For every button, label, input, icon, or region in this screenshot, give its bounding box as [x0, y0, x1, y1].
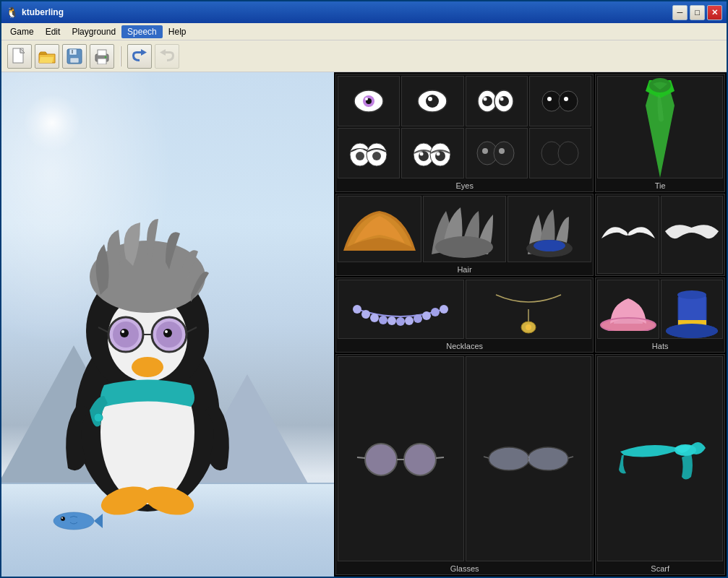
- svg-point-71: [499, 148, 505, 154]
- svg-point-59: [356, 152, 364, 160]
- save-icon: [67, 48, 82, 64]
- row-necklaces-hats: Necklaces: [335, 277, 725, 353]
- redo-icon: [158, 48, 176, 64]
- svg-marker-11: [141, 49, 147, 56]
- svg-rect-9: [98, 59, 106, 64]
- svg-point-78: [353, 305, 361, 314]
- svg-point-29: [121, 330, 124, 333]
- window-title: ktuberling: [22, 7, 64, 17]
- hat-option-1[interactable]: [597, 280, 659, 339]
- svg-point-56: [564, 97, 568, 101]
- svg-line-107: [484, 457, 489, 458]
- svg-point-104: [489, 447, 529, 470]
- scarf-label: Scarf: [596, 563, 724, 574]
- svg-point-51: [484, 98, 487, 101]
- glasses-option-2[interactable]: [466, 356, 592, 561]
- eye-option-7[interactable]: [466, 128, 528, 178]
- accessories-panel: Eyes: [334, 72, 727, 577]
- svg-point-37: [61, 517, 65, 521]
- hair-section: Hair: [335, 194, 594, 276]
- glasses-label: Glasses: [336, 563, 593, 574]
- svg-point-48: [482, 96, 492, 106]
- svg-point-45: [426, 95, 439, 108]
- svg-point-80: [370, 314, 379, 322]
- svg-point-28: [163, 329, 172, 337]
- svg-point-27: [120, 329, 129, 337]
- svg-point-43: [365, 98, 368, 100]
- svg-point-32: [94, 413, 103, 422]
- redo-button[interactable]: [155, 44, 179, 69]
- svg-point-61: [372, 152, 381, 160]
- hair-option-2[interactable]: [423, 196, 507, 262]
- menu-playground[interactable]: Playground: [66, 25, 121, 38]
- minimize-button[interactable]: ─: [672, 5, 688, 20]
- svg-point-81: [379, 316, 387, 324]
- print-icon: [93, 48, 111, 64]
- hair-option-3[interactable]: [508, 196, 591, 262]
- eye-option-8[interactable]: [529, 128, 591, 178]
- svg-point-87: [431, 308, 440, 316]
- titlebar-left: 🐧 ktuberling: [6, 7, 64, 18]
- undo-button[interactable]: [127, 44, 152, 69]
- new-button[interactable]: [7, 44, 32, 69]
- playground-area[interactable]: [1, 72, 334, 577]
- hats-label: Hats: [596, 340, 724, 352]
- menu-game[interactable]: Game: [4, 25, 40, 38]
- row-glasses-scarf: Glasses: [335, 354, 725, 575]
- svg-point-67: [436, 152, 440, 156]
- eye-option-6[interactable]: [401, 128, 463, 178]
- tie-option-1[interactable]: [597, 76, 723, 178]
- svg-rect-5: [70, 58, 79, 63]
- scarf-option-1[interactable]: [597, 356, 723, 561]
- svg-point-100: [404, 444, 436, 475]
- eye-option-4[interactable]: [529, 76, 591, 126]
- mustache-option-2[interactable]: [661, 196, 723, 274]
- hair-label: Hair: [336, 264, 593, 275]
- titlebar-buttons: ─ □ ✕: [672, 5, 722, 20]
- glasses-option-1[interactable]: [338, 356, 464, 561]
- tie-label: Tie: [596, 180, 724, 191]
- svg-point-82: [387, 316, 396, 325]
- svg-line-108: [568, 457, 573, 458]
- svg-point-69: [482, 148, 488, 154]
- menu-help[interactable]: Help: [163, 25, 192, 38]
- svg-point-90: [526, 324, 531, 330]
- svg-point-54: [559, 91, 578, 111]
- svg-rect-8: [98, 50, 106, 56]
- eye-option-3[interactable]: [466, 76, 528, 126]
- necklace-option-1[interactable]: [338, 280, 464, 339]
- mustache-section: [595, 194, 725, 276]
- row-hair: Hair: [335, 194, 725, 276]
- necklaces-label: Necklaces: [336, 340, 593, 352]
- save-button[interactable]: [62, 44, 87, 69]
- hat-option-2[interactable]: [661, 280, 723, 339]
- maximize-button[interactable]: □: [690, 5, 705, 20]
- svg-point-30: [165, 330, 168, 333]
- main-window: 🐧 ktuberling ─ □ ✕ Game Edit Playground …: [0, 0, 728, 578]
- scarf-section: Scarf: [595, 354, 725, 575]
- svg-point-85: [414, 314, 422, 323]
- penguin: [46, 201, 249, 533]
- close-button[interactable]: ✕: [707, 5, 722, 20]
- svg-point-70: [494, 142, 514, 165]
- row-eyes-tie: Eyes: [335, 74, 725, 192]
- titlebar: 🐧 ktuberling ─ □ ✕: [1, 1, 727, 23]
- menu-edit[interactable]: Edit: [40, 25, 67, 38]
- necklace-option-2[interactable]: [466, 280, 592, 339]
- svg-marker-36: [94, 514, 103, 528]
- svg-point-55: [547, 97, 552, 101]
- eye-option-5[interactable]: [338, 128, 400, 178]
- mustache-option-1[interactable]: [597, 196, 659, 274]
- open-button[interactable]: [35, 44, 59, 69]
- print-button[interactable]: [90, 44, 114, 69]
- hair-option-1[interactable]: [338, 196, 421, 262]
- svg-point-105: [528, 447, 568, 470]
- menubar: Game Edit Playground Speech Help: [1, 23, 727, 40]
- svg-point-63: [419, 151, 429, 161]
- menu-speech[interactable]: Speech: [121, 25, 163, 38]
- eyes-section: Eyes: [335, 74, 594, 192]
- svg-point-99: [365, 444, 397, 475]
- app-icon: 🐧: [6, 7, 17, 18]
- eye-option-2[interactable]: [401, 76, 463, 126]
- eye-option-1[interactable]: [338, 76, 400, 126]
